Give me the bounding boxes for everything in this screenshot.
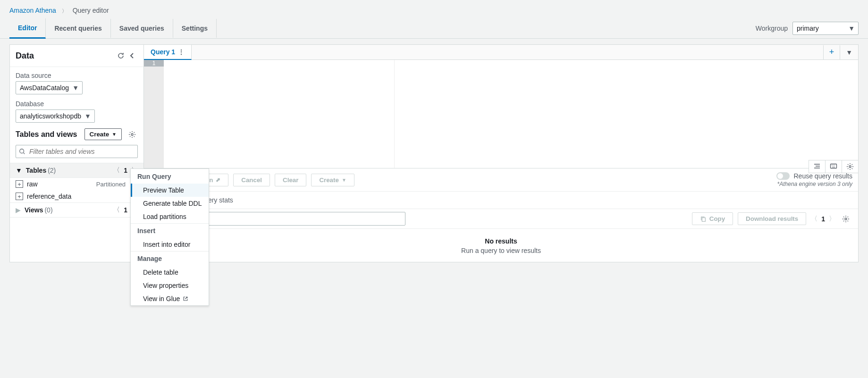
svg-rect-2 bbox=[831, 164, 837, 168]
editor-pane: Query 1 ⋮ + ▼ 1 ◢ bbox=[144, 45, 858, 262]
new-query-tab-button[interactable]: + bbox=[823, 45, 840, 59]
query-tab-label: Query 1 bbox=[151, 48, 175, 56]
download-results-button[interactable]: Download results bbox=[738, 212, 806, 225]
workgroup-value: primary bbox=[792, 22, 859, 35]
reuse-results-label: Reuse query results bbox=[793, 172, 852, 180]
svg-point-3 bbox=[849, 166, 851, 168]
database-label: Database bbox=[16, 100, 138, 108]
data-sidebar: Data Data source AwsDataCatalog ▼ bbox=[10, 45, 144, 262]
breadcrumb-current: Query editor bbox=[73, 7, 109, 14]
table-row[interactable]: + raw Partitioned ⋮ bbox=[10, 178, 143, 190]
gear-icon bbox=[842, 215, 850, 223]
toggle-switch-icon bbox=[776, 172, 790, 180]
results-prev-page[interactable]: 〈 bbox=[811, 215, 817, 223]
expand-icon[interactable]: + bbox=[16, 180, 23, 188]
tab-settings[interactable]: Settings bbox=[173, 19, 217, 38]
search-icon bbox=[19, 148, 25, 155]
format-query-button[interactable] bbox=[809, 160, 826, 173]
tables-page: 1 bbox=[124, 167, 127, 174]
tab-saved-queries[interactable]: Saved queries bbox=[111, 19, 173, 38]
clear-button[interactable]: Clear bbox=[275, 174, 306, 186]
results-next-page[interactable]: 〉 bbox=[829, 215, 835, 223]
views-count: (0) bbox=[44, 206, 52, 214]
results-empty-subtitle: Run a query to view results bbox=[144, 247, 858, 254]
views-page: 1 bbox=[124, 206, 127, 214]
create-label: Create bbox=[319, 176, 339, 184]
query-tab-1[interactable]: Query 1 ⋮ bbox=[144, 45, 192, 60]
views-header[interactable]: ▶ Views (0) 〈 1 〉 bbox=[10, 202, 143, 218]
chevron-right-icon: 〉 bbox=[58, 8, 71, 14]
reuse-results-toggle[interactable]: Reuse query results bbox=[776, 172, 852, 180]
copy-icon bbox=[700, 216, 707, 222]
tables-prev-page[interactable]: 〈 bbox=[113, 166, 120, 175]
data-source-select[interactable]: AwsDataCatalog ▼ bbox=[16, 81, 83, 94]
data-source-value: AwsDataCatalog bbox=[16, 81, 83, 94]
workgroup-label: Workgroup bbox=[756, 25, 788, 32]
tables-views-settings-button[interactable] bbox=[126, 129, 138, 140]
results-page: 1 bbox=[821, 215, 825, 223]
ctx-group-manage: Manage bbox=[131, 251, 209, 266]
results-pane: Query results Query stats Copy Download … bbox=[144, 192, 858, 262]
caret-down-icon: ▼ bbox=[342, 177, 346, 183]
refresh-button[interactable] bbox=[115, 50, 126, 61]
tables-label: Tables bbox=[26, 167, 46, 174]
svg-point-1 bbox=[20, 149, 24, 153]
table-row[interactable]: + reference_data bbox=[10, 190, 143, 202]
views-label: Views bbox=[25, 206, 43, 214]
tables-count: (2) bbox=[48, 167, 56, 174]
results-settings-button[interactable] bbox=[840, 213, 851, 225]
expand-icon[interactable]: + bbox=[16, 193, 23, 200]
database-value: analyticsworkshopdb bbox=[16, 109, 95, 123]
breadcrumb-root-link[interactable]: Amazon Athena bbox=[9, 7, 56, 14]
ctx-insert-into-editor[interactable]: Insert into editor bbox=[131, 238, 209, 251]
query-tabs-menu-button[interactable]: ▼ bbox=[840, 45, 858, 59]
editor-settings-button[interactable] bbox=[842, 160, 858, 173]
copy-button[interactable]: Copy bbox=[692, 212, 733, 225]
chevron-left-icon bbox=[128, 52, 136, 59]
line-number: 1 bbox=[144, 60, 164, 67]
refresh-icon bbox=[117, 52, 125, 59]
workgroup-select[interactable]: primary ▼ bbox=[792, 22, 859, 35]
breadcrumb: Amazon Athena 〉 Query editor bbox=[0, 0, 868, 18]
line-gutter: 1 bbox=[144, 60, 164, 168]
create-button[interactable]: Create ▼ bbox=[84, 128, 122, 140]
data-source-label: Data source bbox=[16, 72, 138, 79]
keyboard-shortcuts-button[interactable] bbox=[826, 160, 842, 173]
table-context-menu: Run Query Preview Table Generate table D… bbox=[130, 168, 209, 272]
results-empty-title: No results bbox=[144, 237, 858, 245]
query-toolbar: Run Explain ⬈ Cancel Clear Create ▼ Reus… bbox=[144, 168, 858, 192]
ctx-load-partitions[interactable]: Load partitions bbox=[131, 210, 209, 223]
svg-point-0 bbox=[131, 134, 133, 135]
sidebar-title: Data bbox=[16, 51, 115, 61]
tab-recent-queries[interactable]: Recent queries bbox=[46, 19, 110, 38]
query-tab-menu-icon[interactable]: ⋮ bbox=[178, 48, 185, 56]
gear-icon bbox=[128, 131, 136, 138]
tab-editor[interactable]: Editor bbox=[9, 18, 46, 39]
ctx-group-insert: Insert bbox=[131, 223, 209, 238]
table-name: raw bbox=[27, 180, 96, 188]
nav-tabs: Editor Recent queries Saved queries Sett… bbox=[0, 18, 868, 39]
collapse-arrow-icon: ▼ bbox=[16, 167, 22, 174]
editor-split-line bbox=[394, 60, 395, 168]
create-dropdown-button[interactable]: Create ▼ bbox=[311, 174, 354, 186]
ctx-group-run-query: Run Query bbox=[131, 169, 209, 184]
table-tag: Partitioned bbox=[96, 181, 126, 188]
views-prev-page[interactable]: 〈 bbox=[113, 206, 120, 214]
collapse-arrow-icon: ▶ bbox=[16, 206, 21, 214]
caret-down-icon: ▼ bbox=[112, 132, 117, 137]
query-tab-bar: Query 1 ⋮ + ▼ bbox=[144, 45, 858, 60]
sql-editor[interactable]: 1 ◢ bbox=[144, 60, 858, 168]
tables-views-title: Tables and views bbox=[16, 130, 80, 139]
table-name: reference_data bbox=[27, 193, 135, 200]
ctx-preview-table[interactable]: Preview Table bbox=[131, 184, 209, 197]
filter-tables-input[interactable] bbox=[16, 145, 138, 158]
ctx-delete-table[interactable]: Delete table bbox=[131, 266, 209, 272]
editor-util-icons bbox=[809, 160, 858, 173]
cancel-button[interactable]: Cancel bbox=[233, 174, 270, 186]
tables-header[interactable]: ▼ Tables (2) 〈 1 〉 bbox=[10, 163, 143, 178]
copy-label: Copy bbox=[709, 215, 725, 222]
ctx-generate-ddl[interactable]: Generate table DDL bbox=[131, 197, 209, 210]
collapse-sidebar-button[interactable] bbox=[126, 50, 138, 61]
database-select[interactable]: analyticsworkshopdb ▼ bbox=[16, 109, 95, 123]
external-link-icon: ⬈ bbox=[216, 176, 220, 183]
